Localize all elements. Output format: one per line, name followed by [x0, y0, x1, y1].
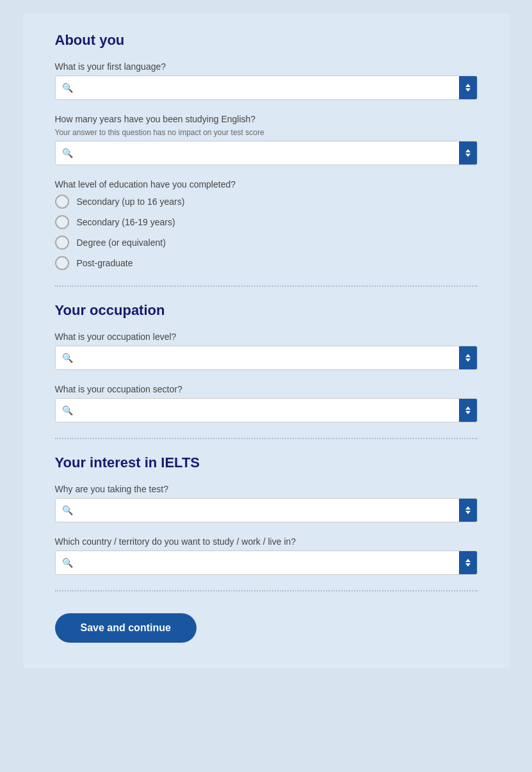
radio-circle-postgraduate	[55, 256, 69, 270]
radio-label-secondary-19: Secondary (16-19 years)	[77, 217, 175, 227]
why-taking-select[interactable]: 🔍	[55, 498, 478, 522]
first-language-label: What is your first language?	[55, 61, 478, 72]
occupation-level-select[interactable]: 🔍	[55, 346, 478, 370]
page-container: About you What is your first language? 🔍…	[23, 13, 510, 668]
radio-secondary-19[interactable]: Secondary (16-19 years)	[55, 215, 478, 229]
radio-label-postgraduate: Post-graduate	[77, 258, 133, 268]
divider-1	[55, 285, 478, 287]
arrow-up-icon	[465, 559, 471, 562]
first-language-input[interactable]	[79, 77, 459, 98]
education-level-label: What level of education have you complet…	[55, 179, 478, 189]
interest-title: Your interest in IELTS	[55, 454, 478, 471]
occupation-level-search-icon: 🔍	[56, 348, 79, 368]
years-studying-block: How many years have you been studying En…	[55, 114, 478, 165]
first-language-select[interactable]: 🔍	[55, 76, 478, 100]
radio-degree[interactable]: Degree (or equivalent)	[55, 236, 478, 250]
years-studying-hint: Your answer to this question has no impa…	[55, 128, 478, 137]
years-studying-arrow-btn[interactable]	[459, 141, 477, 165]
first-language-search-icon: 🔍	[56, 77, 79, 98]
occupation-sector-label: What is your occupation sector?	[55, 384, 478, 394]
years-studying-label: How many years have you been studying En…	[55, 114, 478, 124]
country-select[interactable]: 🔍	[55, 551, 478, 575]
arrow-down-icon	[465, 88, 471, 92]
years-studying-input[interactable]	[79, 143, 459, 163]
occupation-level-block: What is your occupation level? 🔍	[55, 332, 478, 370]
occupation-sector-block: What is your occupation sector? 🔍	[55, 384, 478, 422]
arrow-up-icon	[465, 149, 471, 152]
divider-2	[55, 438, 478, 439]
occupation-sector-select[interactable]: 🔍	[55, 398, 478, 422]
radio-postgraduate[interactable]: Post-graduate	[55, 256, 478, 270]
save-continue-button[interactable]: Save and continue	[55, 613, 197, 643]
why-taking-search-icon: 🔍	[56, 500, 79, 520]
arrow-down-icon	[465, 511, 471, 514]
arrow-up-icon	[465, 354, 471, 357]
arrow-down-icon	[465, 154, 471, 157]
occupation-title: Your occupation	[55, 302, 478, 319]
years-studying-select[interactable]: 🔍	[55, 141, 478, 165]
why-taking-arrow-btn[interactable]	[459, 499, 477, 522]
arrow-down-icon	[465, 358, 471, 362]
radio-circle-degree	[55, 236, 69, 250]
why-taking-label: Why are you taking the test?	[55, 484, 478, 494]
education-radio-group: Secondary (up to 16 years) Secondary (16…	[55, 195, 478, 270]
radio-label-secondary-16: Secondary (up to 16 years)	[77, 197, 185, 207]
arrow-up-icon	[465, 506, 471, 510]
about-you-title: About you	[55, 32, 478, 49]
occupation-sector-arrow-btn[interactable]	[459, 399, 477, 422]
country-search-icon: 🔍	[56, 552, 79, 573]
divider-3	[55, 590, 478, 591]
why-taking-input[interactable]	[79, 500, 459, 520]
radio-secondary-16[interactable]: Secondary (up to 16 years)	[55, 195, 478, 209]
occupation-sector-input[interactable]	[79, 400, 459, 421]
radio-circle-secondary-16	[55, 195, 69, 209]
arrow-up-icon	[465, 84, 471, 87]
country-arrow-btn[interactable]	[459, 551, 477, 574]
occupation-level-label: What is your occupation level?	[55, 332, 478, 342]
occupation-level-arrow-btn[interactable]	[459, 346, 477, 369]
arrow-down-icon	[465, 411, 471, 414]
first-language-block: What is your first language? 🔍	[55, 61, 478, 100]
radio-circle-secondary-19	[55, 215, 69, 229]
country-input[interactable]	[79, 552, 459, 573]
radio-label-degree: Degree (or equivalent)	[77, 237, 166, 248]
first-language-arrow-btn[interactable]	[459, 76, 477, 99]
occupation-sector-search-icon: 🔍	[56, 400, 79, 421]
education-level-block: What level of education have you complet…	[55, 179, 478, 270]
why-taking-block: Why are you taking the test? 🔍	[55, 484, 478, 522]
occupation-level-input[interactable]	[79, 348, 459, 368]
country-block: Which country / territory do you want to…	[55, 536, 478, 575]
arrow-down-icon	[465, 563, 471, 567]
years-studying-search-icon: 🔍	[56, 143, 79, 163]
country-label: Which country / territory do you want to…	[55, 536, 478, 547]
arrow-up-icon	[465, 406, 471, 410]
